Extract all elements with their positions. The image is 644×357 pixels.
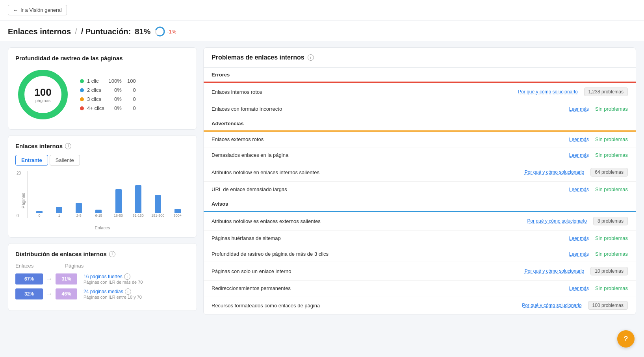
x-axis-label: Enlaces (95, 225, 110, 230)
legend-label: 4+ clics (87, 105, 104, 111)
bar-x-label: 500+ (174, 214, 182, 218)
dist-rows: 67% → 31% 16 páginas fuertes i Páginas c… (15, 273, 189, 299)
dist-row: 32% → 46% 24 páginas medias i Páginas co… (15, 288, 189, 299)
issue-no-problem: Sin problemas (595, 285, 628, 291)
dist-bar-left: 32% (15, 288, 43, 299)
crawl-depth-title: Profundidad de rastreo de las páginas (15, 55, 189, 61)
legend-count: 0 (125, 87, 136, 93)
issue-badge[interactable]: 10 problemas (590, 267, 628, 275)
crawl-depth-card: Profundidad de rastreo de las páginas 10… (8, 47, 197, 130)
dist-col1: Enlaces (15, 263, 33, 269)
issue-row: Profundidad de rastreo de página de más … (204, 246, 636, 262)
crawl-legend: 1 clic 100% 100 2 clics 0% 0 3 clics 0% … (80, 78, 136, 111)
bar-group: 151-500 (149, 195, 167, 218)
legend-dot (80, 97, 84, 101)
section-header-warnings: Advertencias (204, 117, 636, 132)
issue-link[interactable]: Leer más (569, 152, 589, 158)
tab-row: Entrante Saliente (15, 155, 189, 165)
bar-x-label: 1 (58, 214, 60, 218)
section-notices: AvisosAtributos nofollow es enlaces exte… (204, 197, 636, 314)
issue-no-problem: Sin problemas (595, 186, 628, 192)
info-icon-dist-row[interactable]: i (124, 273, 130, 280)
issue-name: Atributos nofollow es enlaces externos s… (212, 218, 521, 224)
bar-rect (135, 185, 141, 213)
issue-badge[interactable]: 1,238 problemas (584, 87, 628, 96)
issue-row: Páginas huérfanas de sitemapLeer másSin … (204, 231, 636, 246)
problems-card: Problemas de enlaces internos i ErroresE… (203, 47, 636, 315)
score-prefix: / Puntuación: (81, 27, 131, 36)
issue-link[interactable]: Por qué y cómo solucionarlo (527, 218, 587, 224)
bar-group: 0 (31, 211, 48, 218)
problems-sections: ErroresEnlaces internos rotosPor qué y c… (204, 68, 636, 314)
issue-link[interactable]: Por qué y cómo solucionarlo (525, 169, 584, 175)
issue-badge[interactable]: 100 problemas (588, 301, 628, 310)
issue-link[interactable]: Por qué y cómo solucionarlo (525, 268, 584, 274)
score-circle-chart (154, 26, 165, 37)
dist-link[interactable]: 16 páginas fuertes i (84, 273, 143, 280)
donut-section: 100 páginas 1 clic 100% 100 2 clics 0% 0… (15, 67, 189, 122)
issue-row: Enlaces externos rotosLeer másSin proble… (204, 132, 636, 147)
issue-row: Atributos nofollow es enlaces externos s… (204, 212, 636, 231)
issue-link[interactable]: Por qué y cómo solucionarlo (522, 303, 581, 308)
issue-badge[interactable]: 8 problemas (593, 217, 628, 225)
issue-link[interactable]: Leer más (569, 251, 589, 257)
tab-incoming[interactable]: Entrante (15, 155, 48, 165)
issue-link[interactable]: Leer más (569, 286, 589, 291)
distribution-card: Distribución de enlaces internos i Enlac… (8, 243, 197, 311)
issue-link[interactable]: Leer más (569, 236, 589, 241)
issue-row: Atributos nofollow en enlaces internos s… (204, 163, 636, 182)
arrow-left-icon: ← (13, 7, 18, 13)
issue-row: Páginas con solo un enlace internoPor qu… (204, 262, 636, 281)
bar-rect (155, 195, 161, 213)
bar-group: 1 (50, 207, 68, 218)
bar-group: 500+ (169, 209, 186, 218)
main-content: Profundidad de rastreo de las páginas 10… (0, 41, 644, 321)
issue-badge[interactable]: 64 problemas (590, 168, 628, 177)
legend-pct: 0% (108, 96, 122, 102)
legend-label: 3 clics (87, 96, 104, 102)
info-icon-dist[interactable]: i (109, 251, 115, 257)
legend-dot (80, 88, 84, 92)
issue-link[interactable]: Leer más (569, 137, 589, 142)
info-icon-problems[interactable]: i (308, 54, 314, 61)
bar-rect (36, 211, 43, 213)
score-value: 81% (135, 27, 150, 36)
distribution-title: Distribución de enlaces internos i (15, 251, 189, 257)
info-icon-links[interactable]: i (65, 143, 71, 149)
donut-center: 100 páginas (34, 87, 51, 103)
issue-link[interactable]: Leer más (569, 106, 589, 112)
page-title: Enlaces internos (8, 27, 71, 36)
issue-row: Recursos formateados como enlaces de pág… (204, 296, 636, 314)
bar-x-label: 51-150 (133, 214, 144, 218)
dist-bar-right: 31% (56, 273, 77, 284)
issue-row: Redireccionamientos permanentesLeer másS… (204, 281, 636, 296)
bar-x-label: 0 (39, 214, 41, 218)
legend-dot (80, 106, 84, 110)
issue-no-problem: Sin problemas (595, 152, 628, 158)
legend-count: 0 (125, 105, 136, 111)
dist-link[interactable]: 24 páginas medias i (84, 288, 142, 295)
dist-sub: Páginas con ILR entre 10 y 70 (84, 295, 142, 299)
y-axis-label: Páginas (21, 193, 26, 208)
section-errors: ErroresEnlaces internos rotosPor qué y c… (204, 68, 636, 117)
dist-row: 67% → 31% 16 páginas fuertes i Páginas c… (15, 273, 189, 284)
legend-pct: 0% (108, 105, 122, 111)
issue-link[interactable]: Por qué y cómo solucionarlo (518, 89, 577, 95)
bar-chart: 20 0 0 1 2-5 6-15 16-50 51-150 151-500 (27, 171, 189, 218)
tab-outgoing[interactable]: Saliente (50, 155, 80, 165)
bar-x-label: 151-500 (151, 214, 164, 218)
internal-links-card: Enlaces internos i Entrante Saliente Pág… (8, 135, 197, 238)
issue-name: Profundidad de rastreo de página de más … (212, 251, 563, 257)
dist-bar-left: 67% (15, 273, 43, 284)
legend-pct: 0% (108, 87, 122, 93)
section-header-notices: Avisos (204, 197, 636, 212)
donut-label: páginas (34, 98, 51, 102)
info-icon-dist-row[interactable]: i (125, 288, 131, 295)
legend-label: 2 clics (87, 87, 104, 93)
back-button[interactable]: ← Ir a Visión general (8, 5, 67, 15)
score-delta: -1% (167, 29, 176, 35)
issue-link[interactable]: Leer más (569, 187, 589, 192)
issue-no-problem: Sin problemas (595, 251, 628, 257)
legend-count: 100 (125, 78, 136, 84)
bar-rect (95, 210, 102, 213)
